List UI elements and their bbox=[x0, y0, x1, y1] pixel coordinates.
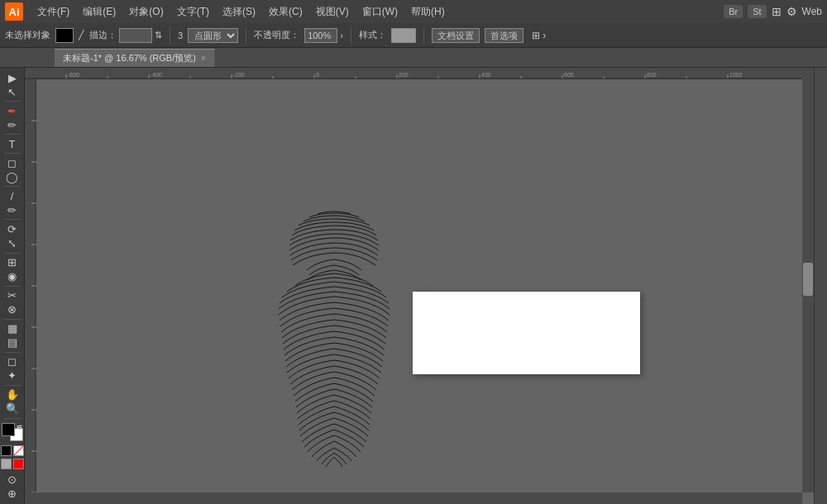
ruler-left bbox=[25, 79, 36, 492]
slice-tool[interactable]: ✦ bbox=[2, 369, 23, 383]
menu-view[interactable]: 视图(V) bbox=[310, 3, 355, 21]
scrollbar-vertical-thumb[interactable] bbox=[803, 263, 813, 296]
menu-bar: 文件(F) 编辑(E) 对象(O) 文字(T) 选择(S) 效果(C) 视图(V… bbox=[31, 3, 720, 21]
fill-swatch-container[interactable] bbox=[55, 28, 74, 43]
foreground-color-swatch[interactable] bbox=[2, 423, 15, 436]
separator-3 bbox=[351, 27, 351, 44]
tool-separator-6 bbox=[4, 253, 21, 254]
title-bar: Ai 文件(F) 编辑(E) 对象(O) 文字(T) 选择(S) 效果(C) 视… bbox=[0, 0, 827, 23]
stock-button[interactable]: St bbox=[748, 5, 766, 18]
scale-tool[interactable]: ⤡ bbox=[2, 236, 23, 250]
zoom-tool[interactable]: 🔍 bbox=[2, 402, 23, 416]
svg-point-40 bbox=[260, 220, 409, 459]
svg-text:0: 0 bbox=[316, 72, 319, 78]
menu-edit[interactable]: 编辑(E) bbox=[77, 3, 122, 21]
app-logo: Ai bbox=[5, 2, 23, 21]
stroke-none-button[interactable] bbox=[13, 445, 24, 456]
web-label: Web bbox=[802, 6, 822, 17]
svg-text:-400: -400 bbox=[151, 72, 162, 78]
doc-settings-button[interactable]: 文档设置 bbox=[432, 28, 480, 43]
svg-text:200: 200 bbox=[399, 72, 409, 78]
scissors-tool[interactable]: ✂ bbox=[2, 288, 23, 302]
document-tab[interactable]: 未标题-1* @ 16.67% (RGB/预览) × bbox=[55, 49, 215, 67]
title-bar-right: Br St ⊞ ⚙ Web bbox=[724, 5, 822, 18]
mesh-tool[interactable]: ⊞ bbox=[2, 255, 23, 269]
direct-selection-tool[interactable]: ↖ bbox=[2, 85, 23, 98]
size-container: 3 bbox=[178, 31, 183, 40]
extra-menu-icon[interactable]: ⊞ › bbox=[532, 30, 546, 41]
quick-color-buttons bbox=[1, 445, 24, 456]
ellipse-tool[interactable]: ◯ bbox=[2, 170, 23, 183]
artboard-tool[interactable]: ◻ bbox=[2, 355, 23, 368]
line-tool[interactable]: / bbox=[2, 189, 23, 202]
stroke-arrows[interactable]: ⇅ bbox=[155, 30, 162, 40]
scrollbar-vertical[interactable] bbox=[802, 68, 814, 492]
opacity-value-container[interactable]: › bbox=[304, 28, 343, 43]
fill-swatch[interactable] bbox=[55, 28, 74, 43]
stroke-input[interactable] bbox=[119, 28, 152, 43]
menu-text[interactable]: 文字(T) bbox=[171, 3, 215, 21]
selection-tool[interactable]: ▶ bbox=[2, 71, 23, 84]
hand-tool[interactable]: ✋ bbox=[2, 388, 23, 402]
screen-mode-buttons bbox=[1, 459, 24, 469]
bridge-button[interactable]: Br bbox=[724, 5, 743, 18]
style-swatch[interactable] bbox=[391, 28, 416, 43]
symbol-spray-tool[interactable]: ⊙ bbox=[2, 473, 23, 487]
tool-separator-9 bbox=[4, 352, 21, 353]
screen-mode-1[interactable] bbox=[1, 459, 12, 469]
tab-title: 未标题-1* @ 16.67% (RGB/预览) bbox=[63, 52, 196, 64]
right-panel-strip bbox=[814, 68, 827, 504]
menu-object[interactable]: 对象(O) bbox=[123, 3, 169, 21]
svg-text:1000: 1000 bbox=[729, 72, 743, 78]
brush-tool[interactable]: ✏ bbox=[2, 203, 23, 216]
screen-mode-2[interactable] bbox=[13, 459, 24, 469]
svg-rect-0 bbox=[25, 68, 802, 79]
artboard bbox=[413, 292, 640, 374]
svg-text:800: 800 bbox=[647, 72, 657, 78]
swap-colors-button[interactable]: ⇄ bbox=[17, 423, 23, 430]
rect-tool[interactable]: ◻ bbox=[2, 156, 23, 169]
type-tool[interactable]: T bbox=[2, 137, 23, 150]
puppet-warp-tool[interactable]: ⊕ bbox=[2, 487, 23, 501]
artwork-shape[interactable] bbox=[247, 207, 421, 472]
tool-separator-10 bbox=[4, 385, 21, 386]
separator-2 bbox=[246, 27, 246, 44]
tab-bar: 未标题-1* @ 16.67% (RGB/预览) × bbox=[0, 48, 827, 68]
ruler-top: -600 -400 -200 0 200 400 bbox=[25, 68, 802, 79]
arrange-button[interactable]: ⚙ bbox=[786, 5, 797, 18]
menu-effect[interactable]: 效果(C) bbox=[263, 3, 308, 21]
menu-select[interactable]: 选择(S) bbox=[217, 3, 261, 21]
tab-close-button[interactable]: × bbox=[201, 54, 206, 63]
scrollbar-horizontal[interactable] bbox=[25, 492, 802, 504]
svg-text:-200: -200 bbox=[233, 72, 245, 78]
separator-4 bbox=[423, 27, 424, 44]
shape-container[interactable]: 点圆形 bbox=[188, 28, 238, 43]
eraser-tool[interactable]: ⊗ bbox=[2, 303, 23, 316]
tool-separator-2 bbox=[4, 134, 21, 135]
none-fill-button[interactable] bbox=[1, 445, 12, 456]
tool-separator-8 bbox=[4, 319, 21, 320]
bars-tool[interactable]: ▤ bbox=[2, 336, 23, 349]
preferences-button[interactable]: 首选项 bbox=[485, 28, 523, 43]
main-area: ▶ ↖ ✒ ✏ T ◻ ◯ / ✏ ⟳ ⤡ ⊞ ◉ ✂ ⊗ ▦ ▤ ◻ ✦ bbox=[0, 68, 827, 504]
ruler-left-svg bbox=[25, 79, 36, 492]
separator-1 bbox=[170, 27, 170, 44]
options-bar: 未选择对象 ╱ 描边： ⇅ 3 点圆形 不透明度： › 样式： 文档设置 首选项… bbox=[0, 23, 827, 48]
pencil-tool[interactable]: ✏ bbox=[2, 118, 23, 131]
stroke-label: 描边： ⇅ bbox=[89, 28, 162, 43]
grid-view-button[interactable]: ⊞ bbox=[772, 5, 782, 18]
opacity-arrow[interactable]: › bbox=[340, 31, 343, 40]
chart-tool[interactable]: ▦ bbox=[2, 321, 23, 335]
gradient-tool[interactable]: ◉ bbox=[2, 269, 23, 283]
tool-separator-7 bbox=[4, 286, 21, 287]
menu-window[interactable]: 窗口(W) bbox=[356, 3, 404, 21]
menu-file[interactable]: 文件(F) bbox=[31, 3, 75, 21]
rotate-tool[interactable]: ⟳ bbox=[2, 222, 23, 235]
tool-separator-3 bbox=[4, 153, 21, 154]
menu-help[interactable]: 帮助(H) bbox=[405, 3, 451, 21]
shape-select[interactable]: 点圆形 bbox=[188, 28, 238, 43]
tool-separator-1 bbox=[4, 101, 21, 102]
pen-tool[interactable]: ✒ bbox=[2, 104, 23, 117]
opacity-input[interactable] bbox=[304, 28, 337, 43]
svg-text:400: 400 bbox=[481, 72, 491, 78]
